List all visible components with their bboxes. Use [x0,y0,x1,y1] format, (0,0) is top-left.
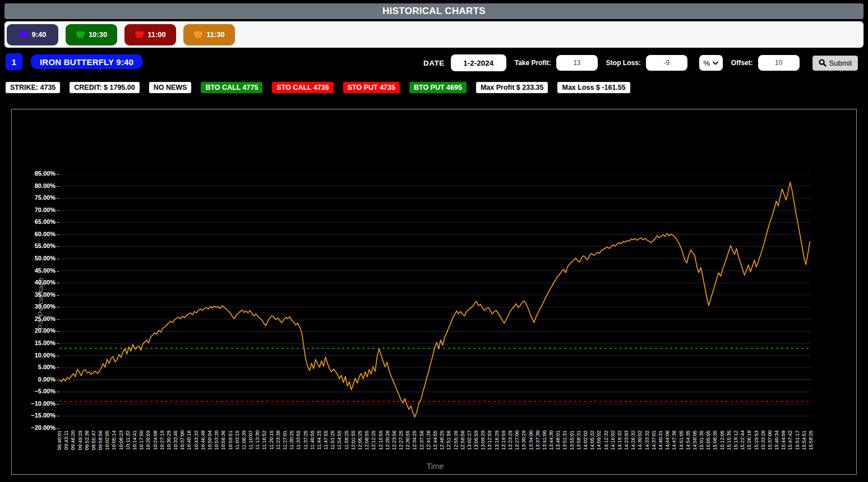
y-tick-label: 15.00% [12,339,56,346]
x-tick-label: 10:05:14 [111,430,117,450]
x-tick-label: 13:05:59 [473,430,479,450]
x-tick-label: 11:20:15 [269,430,274,449]
y-tick-mark [57,380,59,380]
offset-input[interactable] [758,55,800,71]
x-tick-label: 14:51:05 [678,430,684,450]
y-tick-label: 30.00% [12,303,56,310]
x-tick-label: 12:15:55 [378,430,384,450]
time-buttons-strip: 9:4010:3011:0011:30 [4,21,864,48]
x-tick-label: 10:59:51 [228,430,233,450]
y-tick-mark [57,235,59,235]
x-tick-label: 11:27:01 [282,430,288,449]
x-tick-label: 10:33:45 [173,430,178,450]
x-tick-label: 12:23:56 [391,430,397,450]
time-button-label: 11:00 [147,30,166,39]
time-button-label: 11:30 [206,30,225,39]
x-tick-label: 12:48:25 [439,430,445,450]
x-tick-label: 12:44:55 [432,430,438,450]
x-tick-label: 09:55:47 [91,430,96,450]
time-button-11-00[interactable]: 11:00 [124,24,176,45]
x-tick-label: 12:05:25 [357,430,363,450]
y-tick-label: 60.00% [12,231,56,237]
y-tick-mark [57,210,59,211]
x-tick-label: 11:23:38 [275,430,281,449]
y-tick-mark [57,198,59,199]
time-button-9-40[interactable]: 9:40 [7,24,58,45]
x-tick-label: 13:30:29 [521,430,527,450]
x-tick-label: 10:56:36 [220,430,226,450]
x-tick-label: 14:12:32 [603,430,609,450]
x-tick-label: 12:51:56 [446,430,451,450]
x-tick-label: 14:16:02 [610,430,616,450]
x-tick-label: 10:08:23 [118,430,124,450]
x-tick-label: 09:40:01 [57,430,62,450]
take-profit-label: Take Profit: [515,59,551,67]
x-tick-label: 15:40:34 [774,430,779,450]
time-button-10-30[interactable]: 10:30 [66,24,117,45]
y-tick-label: 65.00% [12,218,56,225]
x-tick-label: 13:34:00 [528,430,534,450]
submit-button[interactable]: Submit [812,56,858,71]
submit-label: Submit [829,59,852,67]
x-tick-label: 11:16:52 [261,430,267,449]
pl-chart: P/L Percentage Time 85.00%80.00%75.00%70… [11,109,857,475]
chevron-down-icon [713,61,718,65]
x-tick-label: 15:51:17 [795,430,800,450]
info-badge: BTO CALL 4775 [201,82,262,93]
pl-series-line [59,182,810,417]
stop-loss-label: Stop Loss: [606,59,641,67]
x-tick-label: 14:58:05 [692,430,698,450]
x-tick-label: 15:22:44 [740,430,745,450]
date-input[interactable] [451,54,506,71]
controls-row: DATE Take Profit: Stop Loss: % Offset: S… [420,55,858,71]
unit-select-value: % [704,59,710,67]
y-tick-label: 75.00% [12,194,56,201]
chart-canvas [59,174,811,428]
y-tick-mark [57,259,59,259]
iron-butterfly-button[interactable]: IRON BUTTERFLY 9:40 [31,54,142,69]
x-tick-label: 09:52:38 [84,430,90,450]
y-tick-mark [57,331,59,332]
y-tick-mark [57,319,59,320]
offset-label: Offset: [731,59,753,67]
x-tick-label: 15:19:12 [733,430,738,450]
y-tick-mark [57,368,59,368]
y-tick-mark [57,174,59,175]
x-tick-label: 12:55:26 [453,430,459,450]
x-tick-label: 09:49:29 [77,430,83,450]
y-tick-label: 10.00% [12,352,56,359]
y-tick-mark [57,428,59,429]
x-tick-label: 11:44:25 [316,430,322,449]
y-tick-label: 20.00% [12,327,56,334]
take-profit-input[interactable] [556,55,598,71]
y-tick-label: 40.00% [12,279,56,286]
x-tick-label: 10:17:50 [138,430,144,450]
info-badge: Max Profit $ 233.35 [476,82,548,93]
x-tick-label: 14:26:32 [630,430,636,450]
x-tick-label: 10:24:08 [153,430,158,450]
x-tick-label: 10:20:59 [145,430,151,450]
x-tick-label: 10:37:00 [179,430,185,450]
stop-loss-input[interactable] [646,55,687,71]
x-tick-label: 13:12:59 [487,430,492,450]
x-axis-title: Time [59,462,811,471]
x-tick-label: 14:33:32 [644,430,650,450]
x-tick-label: 11:51:25 [330,430,335,449]
x-tick-label: 14:44:06 [664,430,670,450]
x-tick-label: 13:44:30 [548,430,554,450]
x-tick-label: 13:55:01 [569,430,575,450]
info-badge: STO CALL 4735 [272,82,333,93]
x-tick-label: 15:15:35 [726,430,732,450]
time-button-11-30[interactable]: 11:30 [183,24,235,45]
y-tick-mark [57,271,59,272]
info-badge: CREDIT: $ 1795.00 [70,82,139,93]
butterfly-icon [135,31,144,39]
x-tick-label: 11:54:55 [336,430,342,449]
x-tick-label: 11:06:39 [241,430,247,449]
x-tick-label: 12:30:55 [405,430,410,450]
page-title: HISTORICAL CHARTS [4,3,864,19]
y-tick-label: −20.00% [12,424,56,431]
time-button-label: 10:30 [89,30,107,39]
unit-select[interactable]: % [699,55,723,71]
y-tick-mark [57,295,59,296]
